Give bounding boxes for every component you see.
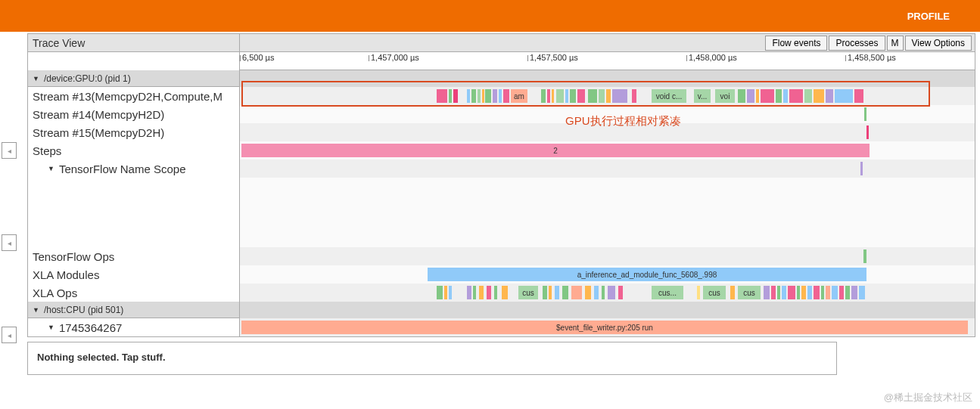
xla-modules-track[interactable]: a_inference_ad_module_func_5608_.998 bbox=[240, 265, 975, 284]
row-stream13[interactable]: Stream #13(MemcpyD2H,Compute,M bbox=[28, 87, 239, 105]
stream13-track[interactable]: am void c... v... voi bbox=[240, 87, 975, 105]
row-stream14[interactable]: Stream #14(MemcpyH2D) bbox=[28, 105, 239, 123]
steps-track[interactable]: 2 bbox=[240, 141, 975, 160]
view-options-button[interactable]: View Options bbox=[905, 36, 972, 51]
chevron-down-icon: ▼ bbox=[48, 165, 54, 172]
tfops-track[interactable] bbox=[240, 247, 975, 265]
time-ruler[interactable]: 6,500 µs1,457,000 µs1,457,500 µs1,458,00… bbox=[240, 52, 975, 70]
name-scope-track[interactable] bbox=[240, 160, 975, 178]
m-button[interactable]: M bbox=[887, 36, 904, 51]
chevron-down-icon: ▼ bbox=[33, 306, 39, 314]
row-thread[interactable]: ▼1745364267 bbox=[28, 318, 239, 336]
xla-ops-track[interactable]: cus cus... cus cus bbox=[240, 284, 975, 302]
processes-button[interactable]: Processes bbox=[829, 36, 885, 51]
chevron-down-icon: ▼ bbox=[33, 75, 39, 82]
trace-view-title: Trace View bbox=[33, 37, 85, 49]
side-tab-1[interactable]: ◂ bbox=[2, 142, 17, 159]
row-name-scope[interactable]: ▼TensorFlow Name Scope bbox=[28, 160, 239, 178]
cpu-section-header[interactable]: ▼/host:CPU (pid 501) bbox=[28, 302, 239, 318]
profile-tab[interactable]: PROFILE bbox=[907, 11, 950, 22]
annotation-text: GPU执行过程相对紧凑 bbox=[565, 114, 681, 129]
flow-events-button[interactable]: Flow events bbox=[765, 36, 827, 51]
row-xlamod[interactable]: XLA Modules bbox=[28, 265, 239, 284]
row-xlaops[interactable]: XLA Ops bbox=[28, 284, 239, 302]
side-tab-3[interactable]: ◂ bbox=[2, 327, 17, 343]
chevron-down-icon: ▼ bbox=[48, 324, 54, 331]
row-stream15[interactable]: Stream #15(MemcpyD2H) bbox=[28, 123, 239, 141]
side-tab-2[interactable]: ◂ bbox=[2, 234, 17, 251]
gpu-section-header[interactable]: ▼/device:GPU:0 (pid 1) bbox=[28, 70, 239, 87]
row-tfops[interactable]: TensorFlow Ops bbox=[28, 247, 239, 265]
cpu-thread-track[interactable]: $event_file_writer.py:205 run bbox=[240, 318, 975, 336]
selection-footer: Nothing selected. Tap stuff. bbox=[27, 342, 837, 375]
row-steps[interactable]: Steps bbox=[28, 141, 239, 160]
